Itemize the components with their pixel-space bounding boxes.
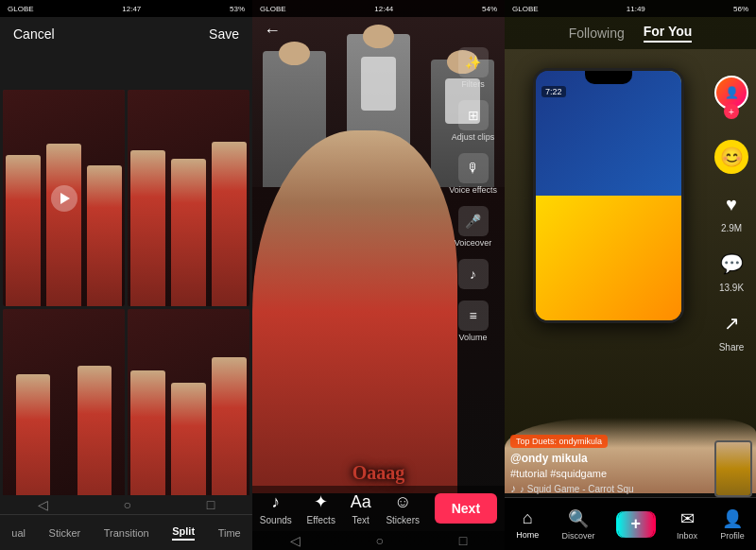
comment-count: 13.9K — [719, 283, 744, 293]
video-thumb-1[interactable] — [3, 90, 125, 306]
voice-effects-icon: 🎙 — [458, 153, 489, 183]
person-thumbnail — [714, 440, 752, 497]
bottom-bar-p2: ♪ Sounds ✦ Effects Aa Text ☺ Stickers Ne… — [252, 486, 505, 531]
adjust-label: Adjust clips — [452, 132, 495, 142]
nav-create[interactable]: + — [618, 511, 654, 538]
like-icon: ♥ — [714, 187, 748, 221]
tab-for-you[interactable]: For You — [644, 24, 693, 43]
carrier-p2: GLOBE — [260, 5, 286, 13]
inbox-nav-label: Inbox — [677, 531, 697, 541]
home-nav-p1[interactable]: ○ — [124, 497, 131, 512]
tool-volume[interactable]: ≡ Volume — [458, 301, 489, 342]
tab-following[interactable]: Following — [569, 26, 625, 41]
comment-action[interactable]: 💬 13.9K — [714, 247, 748, 293]
nav-home[interactable]: ⌂ Home — [516, 508, 539, 540]
text-icon: Aa — [351, 492, 371, 512]
create-plus-button[interactable]: + — [618, 511, 654, 538]
p3-bottom-nav: ⌂ Home 🔍 Discover + ✉ Inbox 👤 Profile — [505, 497, 756, 550]
carrier-p3: GLOBE — [512, 5, 539, 13]
tab-sticker[interactable]: Sticker — [49, 527, 81, 539]
time-p3: 11:49 — [627, 5, 645, 13]
save-button[interactable]: Save — [209, 26, 239, 42]
tool-adjust[interactable]: ⊞ Adjust clips — [452, 100, 495, 142]
sounds-icon: ♪ — [271, 492, 280, 512]
top-duets-badge: Top Duets: ondymikula — [510, 435, 608, 448]
p3-bottom-info: Top Duets: ondymikula @ondy mikula #tuto… — [510, 431, 709, 495]
time-p2: 12:44 — [374, 5, 393, 13]
like-action[interactable]: ♥ 2.9M — [714, 187, 748, 233]
comment-icon: 💬 — [714, 247, 748, 281]
nav-profile[interactable]: 👤 Profile — [720, 508, 745, 541]
recents-nav-p1[interactable]: □ — [207, 497, 215, 512]
home-nav-label: Home — [516, 530, 539, 540]
discover-icon: 🔍 — [568, 508, 589, 529]
nav-inbox[interactable]: ✉ Inbox — [677, 508, 697, 541]
stickers-icon: ☺ — [394, 492, 411, 512]
user-avatar-action[interactable]: 👤 + — [714, 76, 748, 119]
inbox-icon: ✉ — [680, 508, 695, 529]
like-count: 2.9M — [721, 223, 742, 233]
voiceover-label: Voiceover — [455, 238, 492, 248]
status-bar-p2: GLOBE 12:44 54% — [252, 0, 505, 17]
emoji-face: 😊 — [714, 140, 748, 174]
tab-split[interactable]: Split — [172, 525, 195, 541]
battery-p1: 53% — [230, 5, 245, 13]
avatar-icon: 👤 — [725, 86, 739, 99]
share-action[interactable]: ↗ Share — [714, 306, 748, 352]
video-thumb-4[interactable] — [128, 309, 249, 525]
filters-label: Filters — [461, 79, 485, 89]
voiceover-icon: 🎤 — [458, 206, 489, 236]
stickers-label: Stickers — [386, 515, 420, 525]
text-label: Text — [352, 515, 369, 525]
sounds-item[interactable]: ♪ Sounds — [260, 492, 292, 525]
phone-notch — [585, 71, 632, 84]
back-nav-p2[interactable]: ◁ — [290, 533, 301, 548]
home-nav-p2[interactable]: ○ — [376, 533, 384, 548]
tool-filters[interactable]: ✨ Filters — [458, 47, 489, 89]
play-icon — [51, 185, 77, 212]
recents-nav-p2[interactable]: □ — [459, 533, 467, 548]
music-icon: ♪ — [458, 259, 489, 289]
effects-icon: ✦ — [314, 491, 328, 512]
video-hashtags: #tutorial #squidgame — [510, 468, 709, 479]
back-button-p2[interactable]: ← — [264, 21, 281, 41]
panel-video-editor: GLOBE 12:47 53% Cancel Save — [0, 0, 252, 550]
video-thumb-2[interactable] — [128, 90, 249, 306]
video-thumb-3[interactable] — [3, 309, 125, 525]
panel-tiktok-feed: GLOBE 11:49 56% Following For You 7:22 — [505, 0, 756, 550]
back-nav-p1[interactable]: ◁ — [38, 497, 48, 512]
voice-effects-label: Voice effects — [449, 185, 497, 195]
tab-ual[interactable]: ual — [11, 527, 26, 539]
volume-label: Volume — [459, 333, 488, 342]
video-username[interactable]: @ondy mikula — [510, 452, 709, 465]
phone-screen-content — [536, 71, 681, 320]
stickers-item[interactable]: ☺ Stickers — [386, 492, 420, 525]
right-tools-p2: ✨ Filters ⊞ Adjust clips 🎙 Voice effects… — [449, 47, 497, 342]
editor-header: Cancel Save — [0, 17, 252, 51]
adjust-icon: ⊞ — [458, 100, 489, 130]
effects-label: Effects — [307, 515, 335, 525]
tab-time[interactable]: Time — [218, 527, 241, 539]
panel-video-edit: GLOBE 12:44 54% ← Oaaag — [252, 0, 505, 550]
volume-icon: ≡ — [458, 301, 489, 331]
text-item[interactable]: Aa Text — [351, 492, 371, 525]
home-icon: ⌂ — [523, 508, 533, 528]
profile-icon: 👤 — [722, 508, 743, 529]
video-music[interactable]: ♪ ♪ Squid Game - Carrot Squ — [510, 482, 709, 495]
phone-screen: 7:22 — [533, 68, 684, 323]
cancel-button[interactable]: Cancel — [13, 26, 55, 42]
music-text: ♪ Squid Game - Carrot Squ — [520, 484, 634, 494]
tool-voice-effects[interactable]: 🎙 Voice effects — [449, 153, 497, 195]
follow-plus-badge: + — [724, 104, 739, 119]
emoji-action[interactable]: 😊 — [714, 140, 748, 174]
nav-discover[interactable]: 🔍 Discover — [561, 508, 594, 541]
share-label: Share — [719, 342, 745, 352]
effects-item[interactable]: ✦ Effects — [307, 491, 335, 525]
tool-voiceover[interactable]: 🎤 Voiceover — [455, 206, 492, 248]
tool-music[interactable]: ♪ — [458, 259, 489, 289]
tab-transition[interactable]: Transition — [104, 527, 149, 539]
bottom-tabs-p1: ual Sticker Transition Split Time — [0, 514, 252, 550]
next-button[interactable]: Next — [435, 493, 497, 524]
battery-p3: 56% — [733, 5, 748, 13]
share-icon: ↗ — [714, 306, 748, 340]
